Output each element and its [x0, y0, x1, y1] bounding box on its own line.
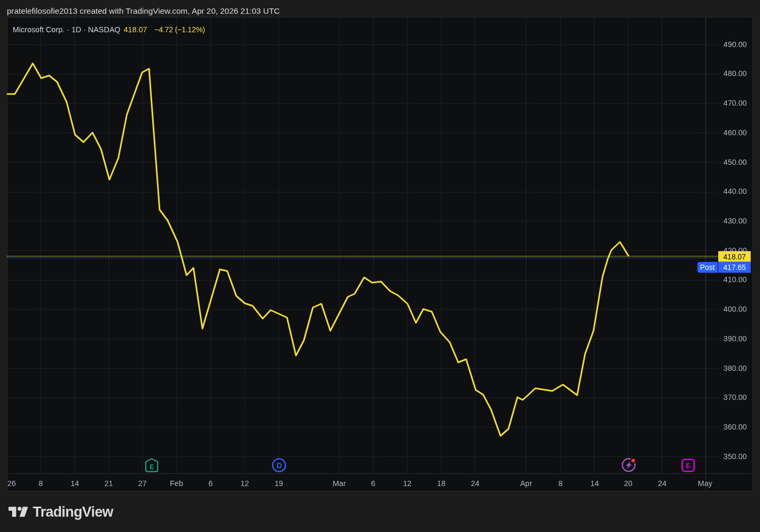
svg-text:Mar: Mar — [333, 479, 346, 488]
svg-text:417.65: 417.65 — [724, 263, 746, 272]
svg-text:440.00: 440.00 — [724, 187, 747, 195]
svg-text:6: 6 — [208, 479, 212, 488]
svg-text:390.00: 390.00 — [724, 334, 747, 343]
svg-text:Post: Post — [700, 263, 715, 272]
svg-text:370.00: 370.00 — [724, 393, 747, 402]
svg-text:8: 8 — [39, 479, 43, 488]
svg-text:pratelefilosofie2013 created w: pratelefilosofie2013 created with Tradin… — [7, 6, 280, 15]
svg-text:E: E — [686, 462, 690, 470]
svg-text:14: 14 — [70, 479, 79, 488]
svg-text:14: 14 — [590, 479, 599, 488]
svg-text:12: 12 — [403, 479, 411, 488]
svg-text:20: 20 — [624, 479, 632, 488]
svg-text:24: 24 — [658, 479, 666, 488]
svg-text:380.00: 380.00 — [724, 364, 747, 372]
svg-text:Apr: Apr — [520, 479, 532, 488]
svg-text:430.00: 430.00 — [724, 217, 747, 225]
svg-text:410.00: 410.00 — [724, 275, 747, 284]
svg-text:D: D — [276, 461, 282, 470]
svg-text:460.00: 460.00 — [724, 128, 747, 137]
svg-text:E: E — [150, 463, 154, 471]
svg-text:Feb: Feb — [170, 479, 183, 488]
svg-text:450.00: 450.00 — [724, 158, 747, 166]
svg-text:24: 24 — [471, 479, 479, 488]
svg-text:May: May — [698, 479, 712, 488]
svg-text:21: 21 — [104, 479, 113, 488]
svg-text:26: 26 — [7, 479, 16, 488]
svg-text:418.07: 418.07 — [724, 253, 746, 261]
svg-text:19: 19 — [274, 479, 283, 488]
svg-text:TradingView: TradingView — [33, 504, 114, 520]
svg-text:360.00: 360.00 — [724, 423, 747, 431]
svg-text:8: 8 — [558, 479, 562, 488]
svg-text:490.00: 490.00 — [724, 40, 747, 49]
svg-text:480.00: 480.00 — [724, 69, 747, 78]
svg-text:27: 27 — [138, 479, 146, 488]
svg-text:350.00: 350.00 — [724, 452, 747, 461]
svg-text:6: 6 — [371, 479, 375, 488]
svg-text:Microsoft Corp. · 1D · NASDAQ: Microsoft Corp. · 1D · NASDAQ — [13, 25, 121, 34]
svg-text:−4.72 (−1.12%): −4.72 (−1.12%) — [154, 25, 205, 34]
svg-text:18: 18 — [437, 479, 446, 488]
svg-text:418.07: 418.07 — [124, 25, 147, 34]
svg-text:470.00: 470.00 — [724, 99, 747, 107]
svg-text:12: 12 — [240, 479, 249, 488]
svg-text:400.00: 400.00 — [724, 305, 747, 313]
